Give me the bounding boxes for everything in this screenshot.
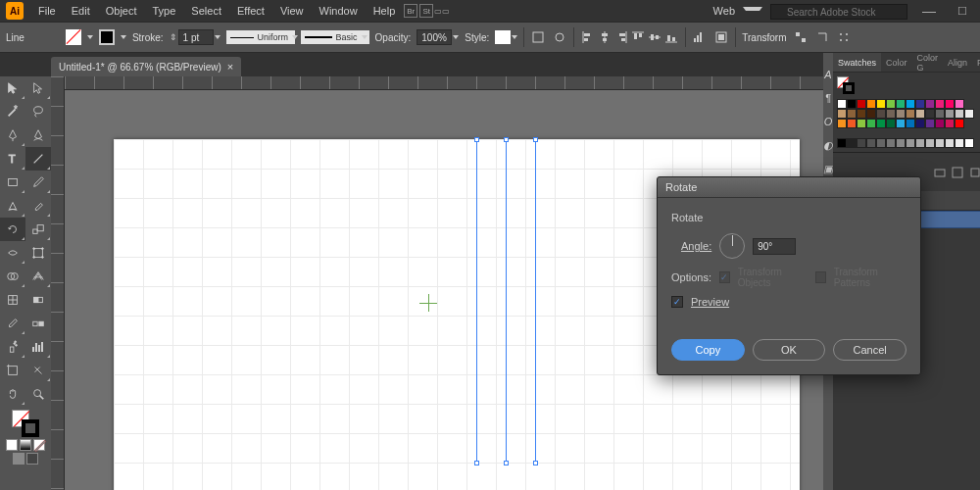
transform-icon-1[interactable]: [793, 29, 808, 45]
eyedropper-tool[interactable]: [0, 312, 25, 335]
transform-label[interactable]: Transform: [742, 32, 786, 43]
new-swatch-icon[interactable]: [969, 167, 980, 178]
swatch[interactable]: [866, 119, 876, 128]
anchor-handle[interactable]: [504, 137, 509, 142]
swatch[interactable]: [935, 99, 945, 109]
swatch[interactable]: [896, 99, 906, 109]
path-line-3[interactable]: [535, 139, 536, 463]
magic-wand-tool[interactable]: [0, 100, 25, 123]
direct-selection-tool[interactable]: [25, 76, 51, 100]
swatch[interactable]: [847, 119, 857, 128]
swatch[interactable]: [837, 99, 847, 109]
fill-swatch[interactable]: [66, 29, 81, 45]
cancel-button[interactable]: Cancel: [833, 339, 906, 361]
anchor-handle[interactable]: [474, 137, 479, 142]
shaper-tool[interactable]: [0, 194, 25, 218]
swatch[interactable]: [857, 99, 866, 109]
shape-mode-icon[interactable]: [692, 29, 708, 45]
tab-color[interactable]: Color: [881, 58, 912, 68]
eraser-tool[interactable]: [25, 194, 51, 218]
character-panel-icon[interactable]: A: [823, 63, 833, 86]
swatch[interactable]: [837, 119, 847, 128]
brush-select[interactable]: Basic: [301, 30, 369, 44]
curvature-tool[interactable]: [25, 123, 51, 147]
fill-stroke-swatch[interactable]: [12, 410, 39, 437]
menu-select[interactable]: Select: [184, 3, 228, 19]
swatch[interactable]: [964, 138, 974, 148]
align-top-icon[interactable]: [630, 29, 646, 45]
shape-builder-tool[interactable]: [0, 265, 25, 288]
zoom-tool[interactable]: [25, 382, 51, 406]
selection-tool[interactable]: [0, 76, 25, 100]
workspace-switcher[interactable]: Web: [707, 3, 762, 19]
swatch-options-icon[interactable]: [952, 167, 963, 178]
swatch[interactable]: [837, 138, 847, 148]
swatch[interactable]: [945, 109, 955, 119]
glyphs-panel-icon[interactable]: O: [823, 110, 833, 133]
align-left-icon[interactable]: [580, 29, 596, 45]
swatch[interactable]: [935, 138, 945, 148]
slice-tool[interactable]: [25, 359, 51, 382]
menu-file[interactable]: File: [31, 3, 63, 19]
swatch[interactable]: [915, 109, 925, 119]
ok-button[interactable]: OK: [753, 339, 826, 361]
swatch[interactable]: [955, 119, 964, 128]
menu-object[interactable]: Object: [99, 3, 144, 19]
preferences-icon[interactable]: [552, 29, 567, 45]
align-vcenter-icon[interactable]: [647, 29, 662, 45]
stroke-swatch[interactable]: [99, 29, 115, 45]
perspective-grid-tool[interactable]: [25, 265, 51, 288]
swatch[interactable]: [955, 109, 964, 119]
swatch[interactable]: [876, 109, 886, 119]
isolate-icon[interactable]: [713, 29, 729, 45]
swatch[interactable]: [876, 119, 886, 128]
artboard-tool[interactable]: [0, 359, 25, 382]
swatch[interactable]: [906, 109, 915, 119]
anchor-handle[interactable]: [533, 137, 538, 142]
menu-effect[interactable]: Effect: [230, 3, 271, 19]
swatch[interactable]: [955, 138, 964, 148]
swatch[interactable]: [915, 99, 925, 109]
swatch[interactable]: [964, 109, 974, 119]
copy-button[interactable]: Copy: [671, 339, 745, 361]
angle-dial[interactable]: [719, 233, 745, 259]
mesh-tool[interactable]: [0, 288, 25, 312]
width-tool[interactable]: [0, 241, 25, 265]
menu-view[interactable]: View: [273, 3, 311, 19]
menu-edit[interactable]: Edit: [65, 3, 97, 19]
stroke-weight-field[interactable]: ⇕: [170, 29, 220, 45]
pen-tool[interactable]: [0, 123, 25, 147]
swatch[interactable]: [876, 138, 886, 148]
anchor-handle[interactable]: [504, 461, 509, 466]
tab-pathfinder[interactable]: Pathfi: [972, 58, 980, 68]
color-mode-buttons[interactable]: [6, 439, 45, 451]
anchor-handle[interactable]: [533, 461, 538, 466]
swatch[interactable]: [906, 119, 915, 128]
ruler-vertical[interactable]: [51, 76, 65, 490]
swatch[interactable]: [945, 119, 955, 128]
anchor-handle[interactable]: [474, 461, 479, 466]
opacity-field[interactable]: [416, 29, 459, 45]
swatch[interactable]: [886, 109, 896, 119]
swatch[interactable]: [866, 138, 876, 148]
swatch[interactable]: [837, 109, 847, 119]
tab-align[interactable]: Align: [943, 58, 972, 68]
doc-setup-icon[interactable]: [530, 29, 546, 45]
transform-icon-3[interactable]: [836, 29, 852, 45]
free-transform-tool[interactable]: [25, 241, 51, 265]
align-bottom-icon[interactable]: [663, 29, 679, 45]
paragraph-panel-icon[interactable]: ¶: [823, 86, 833, 110]
stock-search-input[interactable]: [770, 4, 907, 20]
ruler-horizontal[interactable]: [65, 76, 823, 90]
swatch[interactable]: [857, 119, 866, 128]
type-tool[interactable]: T: [0, 147, 25, 171]
swatch[interactable]: [866, 99, 876, 109]
rectangle-tool[interactable]: [0, 171, 25, 194]
menu-help[interactable]: Help: [367, 3, 403, 19]
panel-fill-stroke[interactable]: [837, 76, 855, 94]
minimize-icon[interactable]: —: [915, 1, 943, 21]
swatch[interactable]: [925, 99, 935, 109]
swatch[interactable]: [847, 99, 857, 109]
style-select[interactable]: [495, 30, 517, 44]
swatch[interactable]: [906, 138, 915, 148]
